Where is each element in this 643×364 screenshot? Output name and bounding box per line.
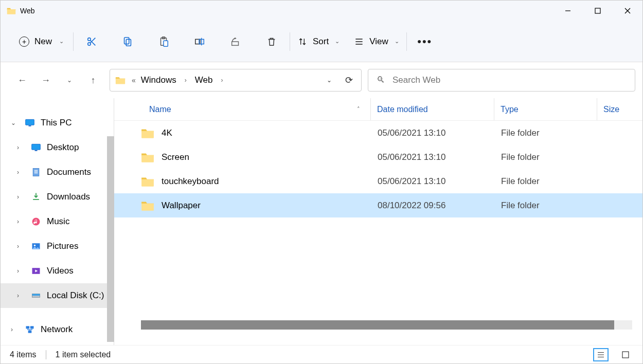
column-name[interactable]: Name ˄ — [149, 105, 370, 114]
window-title: Web — [20, 7, 35, 15]
large-icons-view-button[interactable] — [618, 348, 633, 361]
network-icon — [24, 324, 35, 335]
folder-icon — [141, 200, 154, 211]
tree-pictures[interactable]: › Pictures — [1, 234, 114, 259]
chevron-down-icon: ⌄ — [395, 38, 399, 45]
breadcrumb-item[interactable]: Windows — [141, 75, 176, 85]
chevron-right-icon: › — [218, 77, 226, 84]
recent-button[interactable]: ⌄ — [63, 74, 76, 86]
plus-icon: + — [19, 37, 29, 47]
cut-button[interactable] — [74, 29, 110, 54]
status-selection: 1 item selected — [56, 350, 111, 359]
back-button[interactable]: ← — [16, 74, 28, 86]
search-box[interactable]: 🔍︎ — [368, 69, 635, 92]
column-headers: Name ˄ Date modified Type Size — [114, 98, 642, 121]
expand-icon[interactable]: › — [17, 243, 25, 250]
svg-rect-26 — [595, 8, 600, 13]
new-button[interactable]: + New ⌄ — [6, 29, 73, 54]
pictures-icon — [30, 241, 42, 251]
file-list: 4K05/06/2021 13:10File folderScreen05/06… — [114, 121, 642, 345]
file-row[interactable]: touchkeyboard05/06/2021 13:10File folder — [114, 169, 642, 193]
collapse-icon[interactable]: ⌄ — [11, 119, 19, 126]
status-count: 4 items — [10, 350, 37, 359]
nav-buttons: ← → ⌄ ↑ — [8, 74, 103, 86]
view-icon — [354, 37, 364, 47]
tree-documents[interactable]: › Documents — [1, 160, 114, 185]
expand-icon[interactable]: › — [11, 326, 19, 333]
expand-icon[interactable]: › — [17, 267, 25, 275]
search-icon: 🔍︎ — [377, 75, 385, 85]
more-button[interactable]: ••• — [407, 29, 443, 54]
vertical-scrollbar[interactable] — [107, 136, 114, 319]
folder-icon — [141, 176, 154, 187]
chevron-down-icon: ⌄ — [59, 38, 64, 45]
statusbar: 4 items 1 item selected — [1, 345, 642, 363]
delete-button[interactable] — [254, 29, 290, 54]
expand-icon[interactable]: › — [17, 193, 25, 201]
file-date: 05/06/2021 13:10 — [378, 152, 501, 162]
expand-icon[interactable]: › — [17, 218, 25, 225]
breadcrumb-item[interactable]: Web — [195, 75, 213, 85]
column-type[interactable]: Type — [494, 98, 597, 120]
file-type: File folder — [501, 201, 604, 211]
view-label: View — [369, 37, 388, 47]
sidebar: ⌄ This PC › Desktop › Documents › Downlo… — [1, 98, 114, 345]
up-button[interactable]: ↑ — [87, 74, 99, 86]
column-date[interactable]: Date modified — [370, 98, 494, 120]
file-date: 05/06/2021 13:10 — [378, 176, 501, 187]
expand-icon[interactable]: › — [17, 144, 25, 151]
breadcrumb[interactable]: « Windows › Web › ⌄ ⟳ — [110, 69, 362, 92]
breadcrumb-overflow[interactable]: « — [132, 76, 136, 84]
monitor-icon — [24, 118, 35, 128]
copy-button[interactable] — [110, 29, 146, 54]
view-button[interactable]: View ⌄ — [347, 29, 406, 54]
titlebar: Web — [1, 1, 642, 21]
new-label: New — [34, 37, 52, 47]
explorer-window: Web + New ⌄ Sort ⌄ View ⌄ ••• — [0, 0, 643, 364]
tree-network[interactable]: › Network — [1, 317, 114, 342]
breadcrumb-dropdown[interactable]: ⌄ — [322, 77, 337, 84]
tree-desktop[interactable]: › Desktop — [1, 135, 114, 160]
search-input[interactable] — [392, 75, 627, 85]
chevron-right-icon: › — [182, 77, 190, 84]
file-date: 08/10/2022 09:56 — [378, 201, 501, 211]
sort-icon — [297, 37, 308, 47]
close-button[interactable] — [613, 1, 642, 21]
refresh-button[interactable]: ⟳ — [342, 75, 356, 86]
sort-asc-icon: ˄ — [357, 106, 360, 113]
documents-icon — [30, 167, 42, 177]
folder-icon — [7, 7, 16, 15]
drive-icon — [30, 290, 42, 301]
paste-button[interactable] — [146, 29, 182, 54]
file-name: 4K — [162, 128, 378, 138]
folder-icon — [115, 76, 126, 85]
tree-this-pc[interactable]: ⌄ This PC — [1, 111, 114, 135]
file-date: 05/06/2021 13:10 — [378, 128, 501, 138]
tree-downloads[interactable]: › Downloads — [1, 185, 114, 209]
horizontal-scrollbar[interactable] — [141, 320, 632, 330]
content-area: Name ˄ Date modified Type Size 4K05/06/2… — [114, 98, 642, 345]
details-view-button[interactable] — [593, 348, 609, 361]
column-size[interactable]: Size — [597, 98, 642, 120]
file-row[interactable]: 4K05/06/2021 13:10File folder — [114, 121, 642, 145]
music-icon — [30, 216, 42, 227]
chevron-down-icon: ⌄ — [335, 38, 340, 45]
expand-icon[interactable]: › — [17, 169, 25, 176]
tree-videos[interactable]: › Videos — [1, 259, 114, 283]
file-row[interactable]: Screen05/06/2021 13:10File folder — [114, 145, 642, 169]
tree-local-disk[interactable]: › Local Disk (C:) — [1, 283, 114, 308]
file-name: Screen — [162, 152, 378, 162]
sort-button[interactable]: Sort ⌄ — [290, 29, 347, 54]
file-type: File folder — [501, 128, 604, 138]
file-type: File folder — [501, 176, 604, 187]
forward-button[interactable]: → — [40, 74, 52, 86]
expand-icon[interactable]: › — [17, 292, 25, 299]
rename-button[interactable] — [182, 29, 218, 54]
tree-music[interactable]: › Music — [1, 209, 114, 234]
maximize-button[interactable] — [583, 1, 613, 21]
file-row[interactable]: Wallpaper08/10/2022 09:56File folder — [114, 193, 642, 217]
body: ⌄ This PC › Desktop › Documents › Downlo… — [1, 98, 642, 345]
file-name: Wallpaper — [162, 201, 378, 211]
minimize-button[interactable] — [553, 1, 583, 21]
share-button[interactable] — [218, 29, 254, 54]
